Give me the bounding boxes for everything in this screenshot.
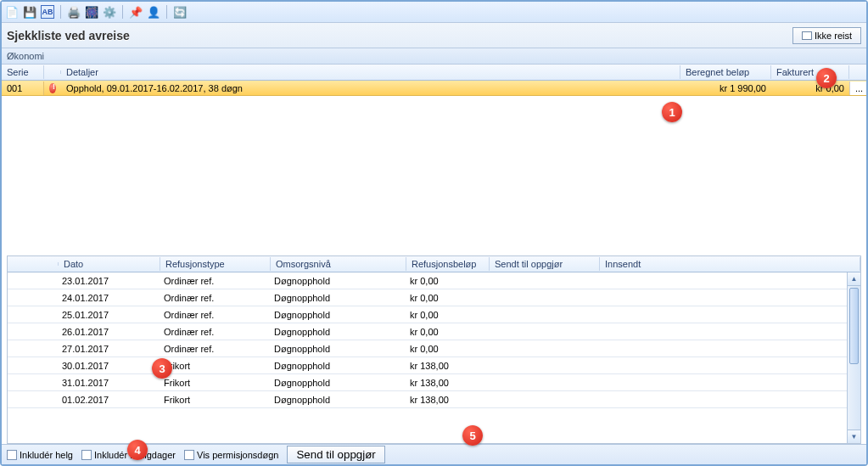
cell-dato: 01.02.2017 (59, 393, 160, 407)
cell-dato: 27.01.2017 (59, 342, 160, 356)
checkbox-icon (81, 450, 92, 460)
scroll-up-icon[interactable]: ▲ (848, 272, 860, 286)
cell-sendt (490, 330, 600, 334)
cell-belop: kr 138,00 (406, 376, 490, 390)
page-title: Sjekkliste ved avreise (7, 29, 130, 42)
scroll-thumb[interactable] (849, 288, 859, 364)
print-icon[interactable]: 🖨️ (67, 5, 81, 19)
table-row[interactable]: 26.01.2017Ordinær ref.Døgnoppholdkr 0,00 (8, 323, 860, 340)
cell-omsorg: Døgnopphold (271, 308, 406, 322)
th-serie[interactable]: Serie (2, 65, 44, 79)
cell-belop: kr 0,00 (406, 342, 490, 356)
alert-icon (49, 83, 56, 93)
cell-alert (44, 81, 61, 95)
cell-serie: 001 (2, 81, 44, 95)
cell-beregnet: kr 1 990,00 (680, 81, 771, 95)
cell-omsorg: Døgnopphold (271, 291, 406, 305)
cell-refusjon: Frikort (160, 393, 271, 407)
table-row[interactable]: 25.01.2017Ordinær ref.Døgnoppholdkr 0,00 (8, 306, 860, 323)
th-detaljer[interactable]: Detaljer (61, 65, 680, 79)
cell-belop: kr 0,00 (406, 291, 490, 305)
ikke-reist-label: Ikke reist (815, 31, 852, 41)
cell-dato: 23.01.2017 (59, 274, 160, 288)
cell-sendt (490, 347, 600, 351)
cell-belop: kr 138,00 (406, 359, 490, 373)
scrollbar-vertical[interactable]: ▲ ▼ (847, 272, 860, 443)
th-sendt[interactable]: Sendt til oppgjør (490, 257, 600, 271)
checkbox-icon (184, 450, 194, 460)
cell-omsorg: Døgnopphold (271, 359, 406, 373)
cell-dato: 24.01.2017 (59, 291, 160, 305)
cell-sendt (490, 398, 600, 401)
cell-innsendt (600, 398, 860, 401)
chk-label-permisjon: Vis permisjonsdøgn (197, 450, 278, 460)
cell-innsendt (600, 279, 860, 283)
cell-belop: kr 138,00 (406, 393, 490, 407)
table-row[interactable]: 23.01.2017Ordinær ref.Døgnoppholdkr 0,00 (8, 272, 860, 289)
cell-omsorg: Døgnopphold (271, 274, 406, 288)
chk-vis-permisjonsdogn[interactable]: Vis permisjonsdøgn (184, 450, 278, 460)
cell-omsorg: Døgnopphold (271, 393, 406, 407)
cell-refusjon: Ordinær ref. (160, 342, 271, 356)
cell-dato: 25.01.2017 (59, 308, 160, 322)
user-icon[interactable]: 👤 (147, 5, 160, 19)
table-row[interactable]: 01.02.2017FrikortDøgnoppholdkr 138,00 (8, 391, 860, 408)
checkbox-icon (802, 31, 812, 40)
scroll-down-icon[interactable]: ▼ (848, 430, 860, 443)
bottom-table: Dato Refusjonstype Omsorgsnivå Refusjons… (7, 255, 861, 444)
table-row[interactable]: 30.01.2017FrikortDøgnoppholdkr 138,00 (8, 357, 860, 374)
table-row[interactable]: 001 Opphold, 09.01.2017-16.02.2017, 38 d… (2, 81, 866, 96)
cell-innsendt (600, 296, 860, 300)
fireworks-icon[interactable]: 🎆 (85, 5, 98, 19)
cell-sendt (490, 381, 600, 385)
new-icon[interactable]: 📄 (5, 5, 19, 19)
gear-icon[interactable]: ⚙️ (103, 5, 116, 19)
cell-refusjon: Frikort (160, 376, 271, 390)
top-table: Serie Detaljer Beregnet beløp Fakturert … (2, 65, 866, 255)
pin-icon[interactable]: 📌 (129, 5, 143, 19)
save-icon[interactable]: 💾 (23, 5, 36, 19)
title-bar: Sjekkliste ved avreise Ikke reist (2, 23, 866, 48)
bottom-header-row: Dato Refusjonstype Omsorgsnivå Refusjons… (8, 256, 860, 272)
send-til-oppgjor-button[interactable]: Send til oppgjør (287, 446, 384, 463)
th-dato[interactable]: Dato (59, 257, 160, 271)
cell-refusjon: Ordinær ref. (160, 308, 271, 322)
th-beregnet[interactable]: Beregnet beløp (680, 65, 771, 79)
row-menu-button[interactable]: ... (849, 81, 866, 95)
refresh-icon[interactable]: 🔄 (173, 5, 187, 19)
cell-omsorg: Døgnopphold (271, 376, 406, 390)
cell-omsorg: Døgnopphold (271, 342, 406, 356)
chk-inkluder-helligdager[interactable]: Inkludér helligdager (81, 450, 176, 460)
cell-innsendt (600, 364, 860, 368)
cell-dato: 30.01.2017 (59, 359, 160, 373)
cell-fakturert: kr 0,00 (771, 81, 849, 95)
table-row[interactable]: 27.01.2017Ordinær ref.Døgnoppholdkr 0,00 (8, 340, 860, 357)
table-row[interactable]: 31.01.2017FrikortDøgnoppholdkr 138,00 (8, 374, 860, 391)
th-dragspace (8, 262, 59, 266)
cell-innsendt (600, 381, 860, 385)
chk-label-helligdager: Inkludér helligdager (94, 450, 176, 460)
cell-sendt (490, 313, 600, 317)
th-end (849, 70, 866, 74)
form-icon[interactable]: AB (41, 5, 54, 19)
th-innsendt[interactable]: Innsendt (600, 257, 860, 271)
cell-refusjon: Frikort (160, 359, 271, 373)
cell-refusjon: Ordinær ref. (160, 274, 271, 288)
cell-detaljer: Opphold, 09.01.2017-16.02.2017, 38 døgn (61, 81, 680, 95)
th-refusjonstype[interactable]: Refusjonstype (160, 257, 271, 271)
th-fakturert[interactable]: Fakturert (771, 65, 849, 79)
chk-inkluder-helg[interactable]: Inkludér helg (7, 450, 73, 460)
ikke-reist-button[interactable]: Ikke reist (792, 27, 861, 44)
cell-innsendt (600, 313, 860, 317)
th-refusjonsbelop[interactable]: Refusjonsbeløp (406, 257, 490, 271)
cell-innsendt (600, 347, 860, 351)
toolbar: 📄 💾 AB 🖨️ 🎆 ⚙️ 📌 👤 🔄 (2, 2, 866, 23)
cell-innsendt (600, 330, 860, 334)
top-header-row: Serie Detaljer Beregnet beløp Fakturert (2, 65, 866, 81)
bottom-bar: Inkludér helg Inkludér helligdager Vis p… (2, 444, 866, 464)
checkbox-icon (7, 450, 17, 460)
table-row[interactable]: 24.01.2017Ordinær ref.Døgnoppholdkr 0,00 (8, 289, 860, 306)
cell-sendt (490, 364, 600, 368)
th-omsorgsniva[interactable]: Omsorgsnivå (271, 257, 406, 271)
cell-sendt (490, 296, 600, 300)
